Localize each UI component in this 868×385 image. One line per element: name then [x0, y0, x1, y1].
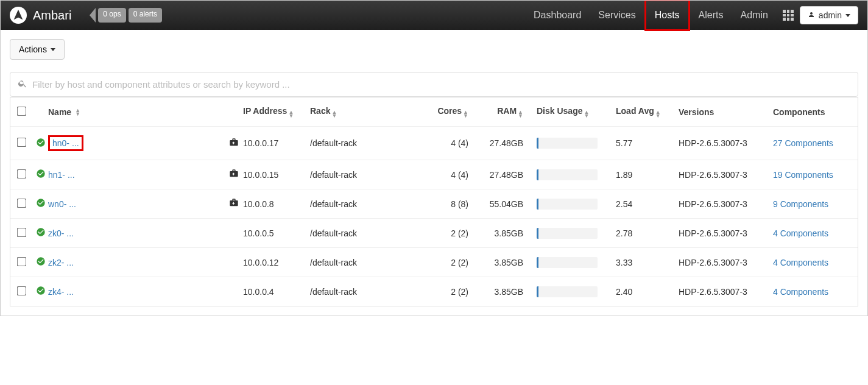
status-ok-icon	[36, 171, 46, 180]
row-checkbox[interactable]	[17, 227, 27, 237]
load-avg: 2.54	[602, 199, 672, 209]
disk-usage-bar	[537, 257, 598, 268]
host-name-link[interactable]: zk2- ...	[48, 258, 74, 267]
col-header-ip[interactable]: IP Address▲▼	[243, 106, 310, 118]
row-checkbox[interactable]	[17, 256, 27, 266]
status-badges: 0 ops 0 alerts	[90, 8, 162, 23]
table-row: hn0- ...10.0.0.17/default-rack4 (4)27.48…	[10, 126, 858, 160]
ops-badge[interactable]: 0 ops	[98, 8, 125, 23]
sort-icon: ▲▼	[75, 108, 80, 116]
ip-address: 10.0.0.8	[243, 199, 310, 209]
version: HDP-2.6.5.3007-3	[672, 287, 767, 297]
nav-admin[interactable]: Admin	[732, 1, 777, 29]
status-ok-icon	[36, 229, 46, 239]
table-row: zk4- ...10.0.0.4/default-rack2 (2)3.85GB…	[10, 277, 858, 306]
version: HDP-2.6.5.3007-3	[672, 258, 767, 267]
row-checkbox[interactable]	[17, 286, 27, 295]
nav-alerts[interactable]: Alerts	[690, 1, 732, 29]
maintenance-icon	[229, 200, 239, 210]
ram: 3.85GB	[468, 228, 523, 238]
disk-usage-bar	[537, 228, 598, 239]
components-link[interactable]: 19 Components	[773, 170, 833, 180]
caret-down-icon	[51, 48, 55, 51]
user-icon	[808, 10, 815, 20]
ip-address: 10.0.0.4	[243, 287, 310, 297]
nav-links: Dashboard Services Hosts Alerts Admin ad…	[525, 0, 858, 31]
page-content: Actions Name▲▼ IP Address▲▼ Rack▲▼ Cores…	[1, 30, 867, 316]
user-dropdown-button[interactable]: admin	[800, 6, 858, 24]
table-row: wn0- ...10.0.0.8/default-rack8 (8)55.04G…	[10, 189, 858, 218]
filter-box[interactable]	[10, 72, 858, 97]
components-link[interactable]: 4 Components	[773, 228, 828, 238]
host-name-link[interactable]: wn0- ...	[48, 199, 76, 209]
nav-services[interactable]: Services	[590, 1, 644, 29]
ip-address: 10.0.0.5	[243, 228, 310, 238]
status-ok-icon	[36, 200, 46, 210]
col-header-disk[interactable]: Disk Usage▲▼	[523, 106, 602, 118]
col-header-versions: Versions	[672, 107, 767, 117]
cores: 2 (2)	[426, 228, 468, 238]
col-header-rack[interactable]: Rack▲▼	[310, 106, 426, 118]
row-checkbox[interactable]	[17, 138, 27, 147]
row-checkbox[interactable]	[17, 198, 27, 208]
version: HDP-2.6.5.3007-3	[672, 228, 767, 238]
status-ok-icon	[36, 140, 46, 149]
cores: 2 (2)	[426, 287, 468, 297]
ram: 3.85GB	[468, 258, 523, 267]
components-link[interactable]: 9 Components	[773, 199, 828, 209]
host-name-link[interactable]: zk4- ...	[48, 287, 74, 297]
col-header-load[interactable]: Load Avg▲▼	[602, 106, 672, 118]
actions-dropdown-button[interactable]: Actions	[10, 39, 65, 60]
brand-title: Ambari	[33, 9, 71, 23]
nav-dashboard[interactable]: Dashboard	[525, 1, 590, 29]
badge-arrow-icon	[90, 8, 96, 23]
sort-icon: ▲▼	[463, 110, 468, 118]
admin-label: admin	[819, 10, 842, 20]
row-checkbox[interactable]	[17, 169, 27, 178]
col-header-name[interactable]: Name▲▼	[48, 107, 225, 117]
sort-icon: ▲▼	[584, 110, 589, 118]
sort-icon: ▲▼	[331, 110, 337, 118]
sort-icon: ▲▼	[288, 110, 294, 118]
apps-grid-icon[interactable]	[783, 10, 794, 21]
ambari-logo-icon	[10, 7, 27, 24]
maintenance-icon	[229, 140, 239, 149]
ram: 3.85GB	[468, 287, 523, 297]
caret-down-icon	[845, 14, 850, 17]
rack: /default-rack	[310, 138, 426, 148]
col-header-cores[interactable]: Cores▲▼	[426, 106, 468, 118]
table-row: zk2- ...10.0.0.12/default-rack2 (2)3.85G…	[10, 247, 858, 277]
host-name-link[interactable]: zk0- ...	[48, 228, 74, 238]
version: HDP-2.6.5.3007-3	[672, 138, 767, 148]
ram: 27.48GB	[468, 170, 523, 180]
load-avg: 2.40	[602, 287, 672, 297]
rack: /default-rack	[310, 199, 426, 209]
rack: /default-rack	[310, 287, 426, 297]
alerts-badge[interactable]: 0 alerts	[129, 8, 162, 23]
nav-hosts[interactable]: Hosts	[644, 0, 690, 31]
ip-address: 10.0.0.15	[243, 170, 310, 180]
version: HDP-2.6.5.3007-3	[672, 170, 767, 180]
host-name-link[interactable]: hn0- ...	[48, 135, 83, 151]
load-avg: 5.77	[602, 138, 672, 148]
search-icon	[18, 79, 27, 90]
sort-icon: ▲▼	[655, 110, 661, 118]
components-link[interactable]: 27 Components	[773, 138, 833, 148]
select-all-checkbox[interactable]	[17, 106, 27, 116]
sort-icon: ▲▼	[518, 110, 523, 118]
cores: 2 (2)	[426, 258, 468, 267]
rack: /default-rack	[310, 170, 426, 180]
load-avg: 3.33	[602, 258, 672, 267]
version: HDP-2.6.5.3007-3	[672, 199, 767, 209]
col-header-ram[interactable]: RAM▲▼	[468, 106, 523, 118]
rack: /default-rack	[310, 228, 426, 238]
load-avg: 2.78	[602, 228, 672, 238]
top-navbar: Ambari 0 ops 0 alerts Dashboard Services…	[1, 1, 867, 30]
host-name-link[interactable]: hn1- ...	[48, 170, 75, 180]
components-link[interactable]: 4 Components	[773, 287, 828, 297]
filter-input[interactable]	[32, 79, 850, 90]
cores: 8 (8)	[426, 199, 468, 209]
status-ok-icon	[36, 288, 46, 297]
actions-label: Actions	[19, 44, 47, 54]
components-link[interactable]: 4 Components	[773, 258, 828, 267]
